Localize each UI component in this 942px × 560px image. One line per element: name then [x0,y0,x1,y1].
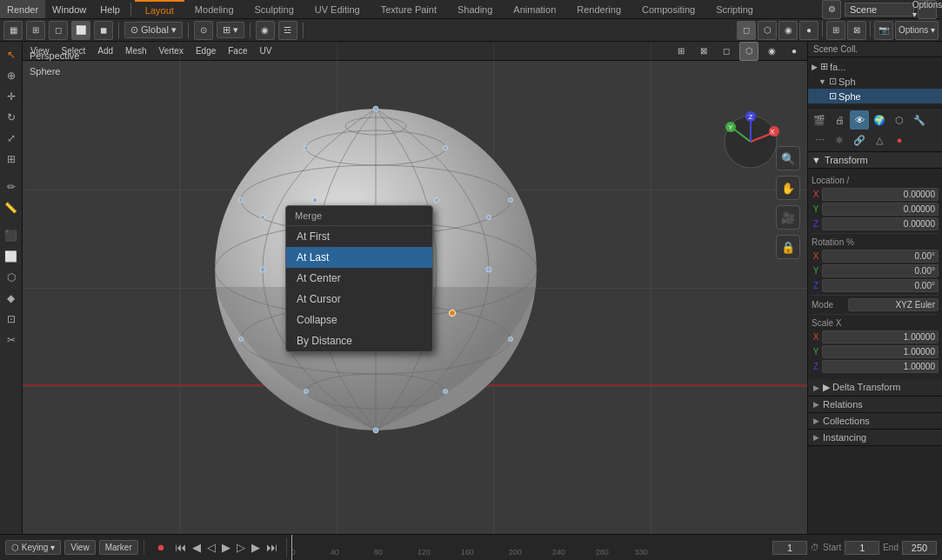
render-style-2[interactable]: ⬡ [758,21,777,40]
prop-output-icon[interactable]: 🖨 [830,110,849,130]
viewport-overlay[interactable]: ⊞ [826,21,845,40]
render-style-4[interactable]: ● [799,21,818,40]
xray-btn[interactable]: ☲ [278,21,297,40]
ctx-at-center[interactable]: At Center [286,268,432,289]
nav-gizmo[interactable]: X Y Z [720,111,781,172]
relations-row[interactable]: ▶ Relations [808,397,942,413]
vp-shade-wire[interactable]: ◻ [717,42,736,61]
tab-shading[interactable]: Shading [447,0,503,18]
vp-uv-menu[interactable]: UV [256,45,277,57]
transform-section-header[interactable]: ▼ Transform [808,152,942,169]
tab-uv-editing[interactable]: UV Editing [304,0,371,18]
vp-vertex-menu[interactable]: Vertex [155,45,188,57]
prop-view-icon[interactable]: 👁 [850,110,869,130]
location-y-field[interactable]: 0.00000 [822,203,939,216]
prev-keyframe-btn[interactable]: ◁ [205,541,217,554]
vp-shade-solid[interactable]: ⬡ [739,42,758,61]
ctx-by-distance[interactable]: By Distance [286,330,432,351]
rotation-z-field[interactable]: 0.00° [822,279,939,292]
render-style-1[interactable]: ◻ [737,21,756,40]
instancing-row[interactable]: ▶ Instancing [808,430,942,446]
prev-frame-btn[interactable]: ◀ [190,541,203,554]
tool-move[interactable]: ✛ [2,87,21,106]
vp-overlays-btn[interactable]: ⊞ [671,42,691,61]
camera-btn[interactable]: 📷 [874,21,893,40]
topbar-options[interactable]: Options ▾ [918,0,937,19]
tab-sculpting[interactable]: Sculpting [244,0,304,18]
vp-mesh-menu[interactable]: Mesh [121,45,150,57]
overlay-btn[interactable]: ◉ [256,21,275,40]
tool-annotate[interactable]: ✏ [2,177,21,197]
tool-scale[interactable]: ⤢ [2,129,21,148]
end-frame-input[interactable]: 250 [902,541,937,555]
viewport[interactable]: View Select Add Mesh Vertex Edge Face UV… [23,42,807,534]
tool-inset[interactable]: ⬡ [2,268,21,287]
menu-render[interactable]: Render [0,0,45,18]
timeline-ruler-area[interactable]: 0 40 80 120 160 200 240 280 330 [287,535,767,560]
vp-add-menu[interactable]: Add [93,45,117,57]
vp-xray-btn[interactable]: ⊠ [694,42,713,61]
vp-edge-menu[interactable]: Edge [191,45,220,57]
tree-item-sphere[interactable]: ⊡ Sphe [808,89,942,103]
prop-data-icon[interactable]: △ [870,130,889,150]
ctx-collapse[interactable]: Collapse [286,310,432,330]
prop-scene-icon[interactable]: 🎬 [810,110,829,130]
timeline-marker-btn[interactable]: Marker [99,540,138,555]
vp-shade-render[interactable]: ● [785,42,804,61]
lock-view-btn[interactable]: 🔒 [776,235,800,259]
prop-world-icon[interactable]: 🌍 [870,110,889,130]
ctx-at-first[interactable]: At First [286,226,432,247]
collections-row[interactable]: ▶ Collections [808,413,942,430]
prop-particles-icon[interactable]: ⋯ [810,130,829,150]
scale-x-field[interactable]: 1.00000 [822,330,939,343]
record-btn[interactable]: ⏺ [151,538,170,557]
snap-btn[interactable]: ⊞ ▾ [217,22,244,38]
vp-shade-material[interactable]: ◉ [762,42,781,61]
tab-compositing[interactable]: Compositing [631,0,705,18]
proportional-edit[interactable]: ⊙ [194,21,213,40]
tool-select[interactable]: ↖ [2,45,21,64]
global-mode-btn[interactable]: ⊙ Global ▾ [124,22,183,38]
camera-view-btn[interactable]: 🎥 [776,205,800,230]
timeline-view-btn[interactable]: View [64,540,96,555]
tool-loop-cut[interactable]: ⊡ [2,310,21,329]
rotation-x-field[interactable]: 0.00° [822,250,939,263]
prop-constraints-icon[interactable]: 🔗 [850,130,869,150]
toolbar-icon-2[interactable]: ⊞ [26,21,45,40]
viewport-xray[interactable]: ⊠ [847,21,866,40]
keying-btn[interactable]: ⬡ Keying ▾ [5,540,61,555]
next-frame-btn[interactable]: ▶ [250,541,262,554]
rotation-y-field[interactable]: 0.00° [822,264,939,277]
scene-name-input[interactable] [845,3,914,17]
menu-help[interactable]: Help [93,0,127,18]
tool-rotate[interactable]: ↻ [2,108,21,127]
topbar-icon-1[interactable]: ⚙ [822,0,841,19]
tab-animation[interactable]: Animation [503,0,566,18]
scale-y-field[interactable]: 1.00000 [822,345,939,358]
toolbar-icon-4[interactable]: ⬜ [71,21,90,40]
tool-measure[interactable]: 📏 [2,198,21,217]
toolbar-icon-3[interactable]: ◻ [49,21,68,40]
zoom-in-btn[interactable]: 🔍 [776,146,800,170]
location-x-field[interactable]: 0.00000 [822,188,939,201]
scale-z-field[interactable]: 1.00000 [822,360,939,373]
tree-item-2[interactable]: ▼ ⊡ Sph [808,74,942,89]
start-frame-input[interactable]: 1 [845,541,879,555]
prop-modifier-icon[interactable]: 🔧 [910,110,929,130]
render-style-3[interactable]: ◉ [778,21,798,40]
pan-btn[interactable]: ✋ [776,176,800,200]
jump-end-btn[interactable]: ⏭ [264,541,279,554]
prop-object-icon[interactable]: ⬡ [890,110,909,130]
tab-rendering[interactable]: Rendering [566,0,631,18]
tab-layout[interactable]: Layout [135,0,184,18]
prop-material-icon[interactable]: ● [890,130,909,150]
ctx-at-cursor[interactable]: At Cursor [286,289,432,310]
next-keyframe-btn[interactable]: ▷ [235,541,247,554]
tool-bevel[interactable]: ◆ [2,289,21,308]
mode-field[interactable]: XYZ Euler [848,298,939,311]
tool-transform[interactable]: ⊞ [2,150,21,169]
play-btn[interactable]: ▶ [220,541,232,554]
options-menu[interactable]: Options ▾ [895,21,939,40]
location-z-field[interactable]: 0.00000 [822,217,939,230]
prop-physics-icon[interactable]: ⚛ [830,130,849,150]
